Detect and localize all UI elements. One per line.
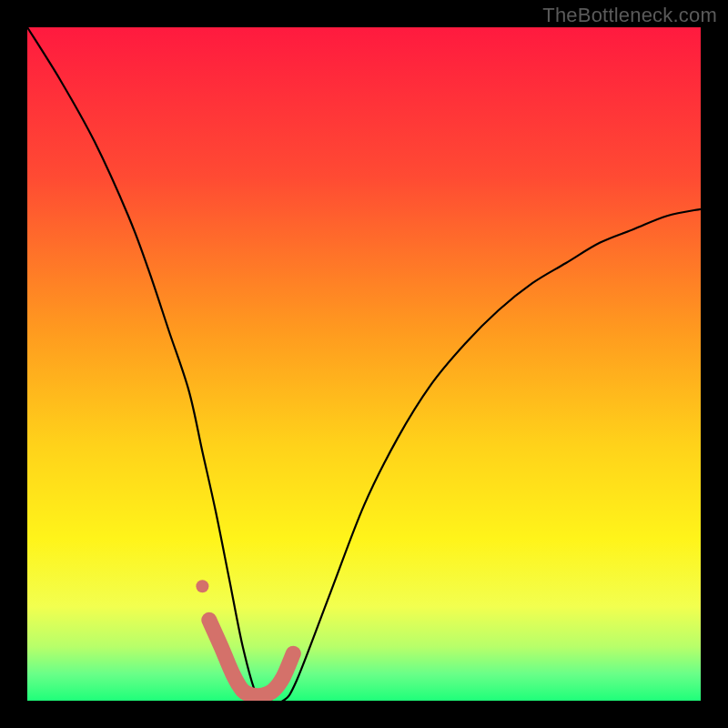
- watermark-text: TheBottleneck.com: [542, 4, 717, 27]
- highlight-dot-icon: [196, 580, 208, 592]
- gradient-background: [27, 27, 701, 701]
- chart-frame: TheBottleneck.com: [0, 0, 728, 728]
- chart-svg: [27, 27, 701, 701]
- plot-area: [27, 27, 701, 701]
